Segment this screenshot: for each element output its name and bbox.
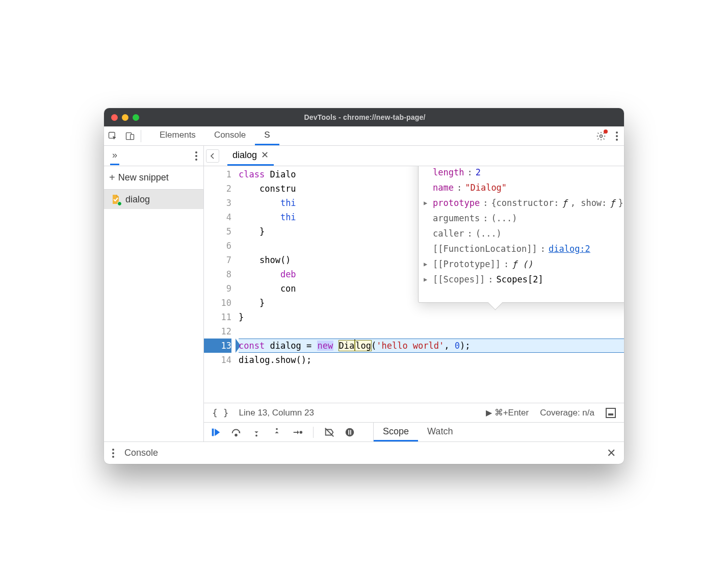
pretty-print-icon[interactable]: { } bbox=[212, 407, 229, 418]
svg-point-3 bbox=[600, 135, 603, 137]
line-number[interactable]: 5 bbox=[204, 224, 231, 239]
snippet-list: dialog bbox=[104, 190, 203, 441]
tab-console[interactable]: Console bbox=[205, 126, 255, 145]
svg-point-8 bbox=[300, 431, 302, 433]
line-number[interactable]: 4 bbox=[204, 210, 231, 224]
line-number[interactable]: 1 bbox=[204, 167, 231, 181]
divider bbox=[141, 130, 141, 142]
step-out-icon[interactable] bbox=[271, 427, 282, 438]
object-preview-tooltip: class Dialog length: 2name: "Dialog"▶pro… bbox=[418, 166, 624, 303]
new-snippet-label: New snippet bbox=[118, 172, 169, 183]
svg-point-9 bbox=[346, 428, 354, 436]
tab-elements[interactable]: Elements bbox=[150, 126, 205, 145]
tooltip-property-row[interactable]: ▶prototype: {constructor: ƒ, show: ƒ} bbox=[419, 195, 624, 211]
line-number[interactable]: 11 bbox=[204, 310, 231, 324]
line-number[interactable]: 8 bbox=[204, 267, 231, 281]
navigator-tabs: » bbox=[104, 146, 203, 166]
tab-sources[interactable]: S bbox=[255, 126, 279, 145]
step-into-icon[interactable] bbox=[251, 427, 262, 438]
inspect-element-icon[interactable] bbox=[107, 131, 118, 142]
close-drawer-icon[interactable]: ✕ bbox=[607, 447, 616, 460]
tab-scope[interactable]: Scope bbox=[374, 423, 418, 441]
svg-point-7 bbox=[276, 428, 278, 430]
maximize-window-icon[interactable] bbox=[133, 114, 139, 121]
new-snippet-button[interactable]: + New snippet bbox=[104, 166, 203, 190]
editor-tabbar: dialog ✕ bbox=[204, 146, 624, 166]
line-number[interactable]: 12 bbox=[204, 324, 231, 339]
svg-rect-10 bbox=[348, 430, 349, 434]
coverage-toggle-icon[interactable] bbox=[606, 408, 616, 418]
svg-point-5 bbox=[235, 434, 237, 436]
tooltip-property-row[interactable]: ▶[[Prototype]]: ƒ () bbox=[419, 256, 624, 272]
more-menu-icon[interactable] bbox=[616, 135, 618, 137]
step-icon[interactable] bbox=[292, 427, 303, 438]
close-window-icon[interactable] bbox=[111, 114, 118, 121]
sources-panel: » + New snippet dialog bbox=[104, 146, 624, 441]
code-line[interactable]: dialog.show(); bbox=[239, 353, 624, 367]
line-number[interactable]: 10 bbox=[204, 296, 231, 310]
line-number[interactable]: 2 bbox=[204, 181, 231, 196]
snippet-file-icon bbox=[111, 194, 120, 204]
svg-rect-4 bbox=[212, 428, 214, 436]
navigator-more-icon[interactable] bbox=[195, 155, 197, 157]
drawer-more-icon[interactable] bbox=[112, 452, 114, 454]
titlebar: DevTools - chrome://new-tab-page/ bbox=[104, 108, 624, 126]
devtools-toolbar: Elements Console S bbox=[104, 126, 624, 146]
resume-icon[interactable] bbox=[210, 427, 221, 438]
navigator-expand-icon[interactable]: » bbox=[110, 147, 119, 165]
line-number[interactable]: 13 bbox=[204, 339, 231, 353]
devtools-window: DevTools - chrome://new-tab-page/ Elemen… bbox=[104, 108, 624, 464]
modified-indicator-icon bbox=[117, 201, 122, 206]
editor-pane: dialog ✕ 1234567891011121314 class Dialo… bbox=[204, 146, 624, 441]
svg-rect-11 bbox=[350, 430, 351, 434]
line-number[interactable]: 3 bbox=[204, 196, 231, 210]
minimize-window-icon[interactable] bbox=[122, 114, 128, 121]
deactivate-breakpoints-icon[interactable] bbox=[324, 427, 335, 438]
panel-tabs: Elements Console S bbox=[150, 126, 279, 145]
console-drawer: Console ✕ bbox=[104, 441, 624, 464]
tooltip-property-row[interactable]: name: "Dialog" bbox=[419, 180, 624, 195]
pause-exceptions-icon[interactable] bbox=[344, 427, 355, 438]
device-toolbar-icon[interactable] bbox=[124, 131, 136, 142]
code-line[interactable]: const dialog = new Dialog('hello world',… bbox=[239, 339, 624, 353]
tooltip-property-row[interactable]: [[FunctionLocation]]: dialog:2 bbox=[419, 241, 624, 256]
line-number[interactable]: 14 bbox=[204, 353, 231, 367]
plus-icon: + bbox=[109, 172, 115, 184]
coverage-label: Coverage: n/a bbox=[540, 408, 594, 418]
code-editor[interactable]: 1234567891011121314 class Dialo constru … bbox=[204, 166, 624, 403]
snippet-item[interactable]: dialog bbox=[104, 190, 203, 209]
run-snippet-button[interactable]: ▶ ⌘+Enter bbox=[486, 407, 529, 418]
drawer-tab-console[interactable]: Console bbox=[124, 448, 158, 458]
svg-rect-2 bbox=[131, 134, 134, 139]
editor-tab[interactable]: dialog ✕ bbox=[227, 146, 274, 166]
nav-back-icon[interactable] bbox=[206, 149, 219, 163]
svg-point-6 bbox=[255, 434, 257, 436]
tooltip-property-row[interactable]: caller: (...) bbox=[419, 226, 624, 241]
cursor-position: Line 13, Column 23 bbox=[239, 408, 314, 418]
debugger-toolbar: Scope Watch bbox=[204, 422, 624, 441]
editor-statusbar: { } Line 13, Column 23 ▶ ⌘+Enter Coverag… bbox=[204, 403, 624, 422]
window-controls bbox=[111, 114, 139, 121]
settings-icon[interactable] bbox=[595, 131, 607, 142]
line-number[interactable]: 9 bbox=[204, 281, 231, 296]
editor-tab-name: dialog bbox=[232, 150, 257, 161]
tab-watch[interactable]: Watch bbox=[418, 423, 462, 441]
navigator-sidebar: » + New snippet dialog bbox=[104, 146, 204, 441]
line-number[interactable]: 6 bbox=[204, 239, 231, 253]
snippet-name: dialog bbox=[125, 194, 150, 205]
gutter: 1234567891011121314 bbox=[204, 166, 239, 403]
code-line[interactable]: } bbox=[239, 310, 624, 324]
window-title: DevTools - chrome://new-tab-page/ bbox=[139, 113, 590, 121]
close-tab-icon[interactable]: ✕ bbox=[261, 149, 269, 161]
line-number[interactable]: 7 bbox=[204, 253, 231, 267]
tooltip-property-row[interactable]: length: 2 bbox=[419, 166, 624, 180]
divider bbox=[313, 427, 314, 438]
tooltip-property-row[interactable]: ▶[[Scopes]]: Scopes[2] bbox=[419, 272, 624, 287]
step-over-icon[interactable] bbox=[230, 427, 242, 438]
code-line[interactable] bbox=[239, 324, 624, 339]
tooltip-property-row[interactable]: arguments: (...) bbox=[419, 211, 624, 226]
debugger-sidebar-tabs: Scope Watch bbox=[373, 423, 618, 441]
